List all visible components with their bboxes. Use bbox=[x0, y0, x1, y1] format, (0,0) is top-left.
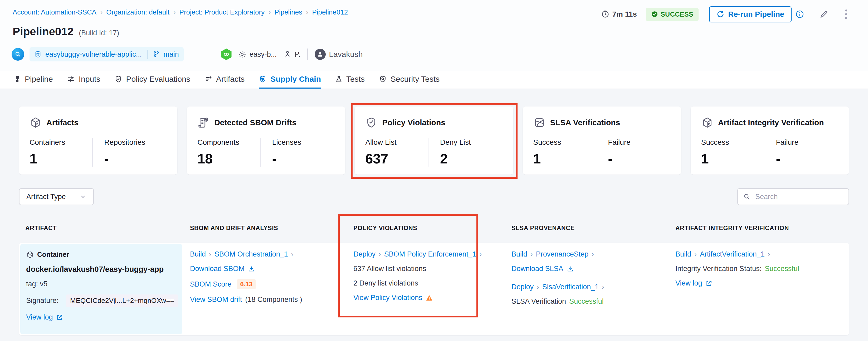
stat-value: 1 bbox=[533, 151, 596, 167]
tab-pipeline[interactable]: Pipeline bbox=[14, 71, 53, 89]
title-row: Pipeline012 (Build Id: 17) bbox=[13, 25, 119, 38]
supply-chain-page: Account: Automation-SSCA › Organization:… bbox=[0, 0, 868, 348]
artifact-cell: Container docker.io/lavakush07/easy-bugg… bbox=[20, 244, 182, 334]
status-badge: SUCCESS bbox=[646, 8, 699, 21]
artifact-image-name: docker.io/lavakush07/easy-buggy-app bbox=[26, 265, 164, 274]
stat-value: 18 bbox=[197, 151, 260, 167]
stat-label: Success bbox=[533, 138, 596, 147]
card-sbom-drifts: Detected SBOM Drifts Components 18 Licen… bbox=[187, 107, 345, 175]
signature-value: MEQCICde2Vjl...L+2+mqnOXw== bbox=[66, 294, 178, 307]
stat-label: Failure bbox=[608, 138, 671, 147]
stat-label: Containers bbox=[30, 138, 92, 147]
stat-allow-list: Allow List 637 bbox=[365, 138, 428, 167]
sbom-score-link[interactable]: SBOM Score bbox=[190, 280, 231, 288]
breadcrumb-pipeline012[interactable]: Pipeline012 bbox=[312, 8, 348, 16]
branch-name-link[interactable]: main bbox=[163, 50, 179, 59]
pipeline-meta: easy-b... bbox=[238, 50, 277, 59]
policy-violations-cell: Deploy › SBOM Policy Enforcement_1 › 637… bbox=[347, 243, 505, 335]
download-icon[interactable] bbox=[566, 265, 574, 272]
pill-divider bbox=[147, 50, 148, 59]
breadcrumb-separator: › bbox=[173, 8, 176, 16]
chevron-right-icon: › bbox=[530, 250, 533, 258]
search-icon bbox=[743, 193, 750, 200]
view-policy-violations-link[interactable]: View Policy Violations bbox=[353, 294, 423, 302]
slsa-step1-link[interactable]: ProvenanceStep bbox=[536, 250, 589, 258]
download-slsa-link[interactable]: Download SLSA bbox=[512, 265, 563, 273]
integrity-step-link[interactable]: ArtifactVerification_1 bbox=[700, 250, 765, 258]
integrity-stage-link[interactable]: Build bbox=[675, 250, 691, 258]
tab-label: Policy Evaluations bbox=[126, 75, 190, 84]
summary-cards-row: Artifacts Containers 1 Repositories - De… bbox=[19, 107, 849, 175]
artifact-table: ARTIFACT SBOM AND DRIFT ANALYSIS POLICY … bbox=[19, 225, 849, 335]
edit-pencil-icon[interactable] bbox=[819, 10, 829, 19]
rerun-pipeline-button[interactable]: Re-run Pipeline bbox=[709, 6, 792, 22]
deny-list-violations: 2 Deny list violations bbox=[353, 279, 418, 287]
chevron-right-icon: › bbox=[694, 250, 697, 258]
stat-label: Components bbox=[197, 138, 260, 147]
slsa-stage2-link[interactable]: Deploy bbox=[512, 283, 534, 291]
integrity-status-label: Integrity Verification Status: bbox=[675, 265, 762, 273]
stat-slsa-failure: Failure - bbox=[596, 138, 671, 167]
chevron-right-icon: › bbox=[291, 250, 293, 258]
slsa-status-value: Successful bbox=[569, 297, 604, 306]
stat-label: Allow List bbox=[365, 138, 428, 147]
repository-icon bbox=[34, 51, 42, 58]
artifact-type-tag: Container bbox=[37, 251, 69, 259]
policy-step-link[interactable]: SBOM Policy Enforcement_1 bbox=[384, 250, 476, 258]
cube-icon bbox=[30, 117, 42, 129]
status-text: SUCCESS bbox=[661, 10, 693, 18]
tab-inputs[interactable]: Inputs bbox=[67, 71, 100, 89]
clock-icon bbox=[601, 10, 609, 18]
breadcrumb-account[interactable]: Account: Automation-SSCA bbox=[13, 8, 96, 16]
tab-policy-evaluations[interactable]: Policy Evaluations bbox=[114, 71, 190, 89]
download-icon[interactable] bbox=[248, 265, 255, 272]
build-id: (Build Id: 17) bbox=[79, 29, 119, 37]
triggered-by: Lavakush bbox=[315, 49, 363, 60]
slsa-provenance-cell: Build › ProvenanceStep › Download SLSA D… bbox=[505, 243, 669, 335]
artifact-type-label: Artifact Type bbox=[26, 193, 66, 201]
download-sbom-link[interactable]: Download SBOM bbox=[190, 265, 245, 273]
sbom-drift-note: (18 Components ) bbox=[245, 295, 302, 304]
trigger-meta: P. bbox=[283, 50, 301, 59]
chevron-right-icon: › bbox=[209, 250, 211, 258]
tab-label: Artifacts bbox=[216, 75, 245, 84]
execution-controls: 7m 11s SUCCESS Re-run Pipeline bbox=[601, 5, 848, 24]
external-link-icon[interactable] bbox=[705, 280, 712, 287]
policy-stage-link[interactable]: Deploy bbox=[353, 250, 375, 258]
breadcrumb-organization[interactable]: Organization: default bbox=[106, 8, 169, 16]
sbom-cell: Build › SBOM Orchestration_1 › Download … bbox=[184, 243, 347, 335]
sbom-stage-link[interactable]: Build bbox=[190, 250, 206, 258]
view-sbom-drift-link[interactable]: View SBOM drift bbox=[190, 295, 242, 304]
tab-supply-chain[interactable]: Supply Chain bbox=[259, 71, 321, 89]
kebab-menu-icon[interactable] bbox=[844, 9, 848, 20]
shield-search-icon bbox=[379, 75, 387, 83]
breadcrumb-separator: › bbox=[268, 8, 271, 16]
slsa-step2-link[interactable]: SlsaVerification_1 bbox=[542, 283, 599, 291]
view-log-link[interactable]: View log bbox=[675, 279, 702, 287]
breadcrumb-pipelines[interactable]: Pipelines bbox=[275, 8, 303, 16]
col-header-sbom: SBOM AND DRIFT ANALYSIS bbox=[184, 225, 347, 232]
slsa-stage1-link[interactable]: Build bbox=[512, 250, 527, 258]
tab-tests[interactable]: Tests bbox=[335, 71, 365, 89]
search-input[interactable] bbox=[755, 193, 849, 201]
tab-artifacts[interactable]: Artifacts bbox=[205, 71, 245, 89]
card-title: Policy Violations bbox=[382, 118, 445, 127]
info-icon[interactable] bbox=[795, 10, 804, 19]
view-log-link[interactable]: View log bbox=[26, 313, 53, 321]
chevron-right-icon: › bbox=[379, 250, 381, 258]
breadcrumb-project[interactable]: Project: Product Exploratory bbox=[180, 8, 265, 16]
flask-icon bbox=[335, 76, 343, 83]
card-artifacts: Artifacts Containers 1 Repositories - bbox=[19, 107, 177, 175]
chevron-down-icon bbox=[80, 193, 87, 200]
stat-aiv-success: Success 1 bbox=[701, 138, 764, 167]
chevron-right-icon: › bbox=[592, 250, 594, 258]
tab-security-tests[interactable]: Security Tests bbox=[379, 71, 439, 89]
stat-value: 637 bbox=[365, 151, 428, 167]
page-title: Pipeline012 bbox=[13, 25, 73, 38]
execution-meta-row: easybuggy-vulnerable-applic... main easy… bbox=[11, 47, 363, 62]
user-avatar-icon bbox=[315, 49, 326, 60]
repo-name-link[interactable]: easybuggy-vulnerable-applic... bbox=[45, 50, 142, 59]
artifact-type-dropdown[interactable]: Artifact Type bbox=[19, 188, 94, 205]
sbom-step-link[interactable]: SBOM Orchestration_1 bbox=[215, 250, 288, 258]
external-link-icon[interactable] bbox=[56, 314, 63, 321]
